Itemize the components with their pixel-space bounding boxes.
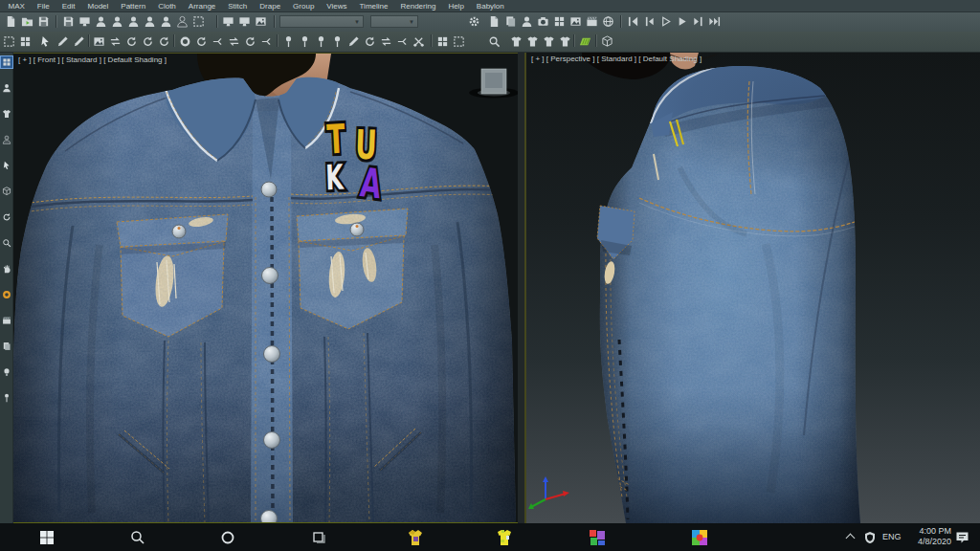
rotate-view-button[interactable] [1,211,12,223]
sew-loop-1-button[interactable] [124,34,138,49]
shirt-thick-button[interactable] [542,34,555,49]
open-file-button[interactable] [20,14,33,29]
menu-file[interactable]: File [31,0,56,12]
grid-snap-button[interactable] [435,34,449,49]
avatar-pose-button[interactable] [126,14,140,29]
avatar-button[interactable] [94,14,107,29]
sew-loop-2-button[interactable] [141,34,154,49]
tack-3-button[interactable] [314,34,327,49]
viewport-divider[interactable] [518,53,524,523]
viewport-front-label[interactable]: [ + ] [ Front ] [ Standard ] [ Default S… [18,55,167,64]
task-view-button[interactable] [309,527,330,548]
menu-stitch[interactable]: Stitch [222,0,254,12]
viewport-perspective[interactable]: [ + ] [ Perspective ] [ Standard ] [ Def… [526,53,980,523]
garment-display-button[interactable] [1,108,12,120]
save-as-button[interactable] [61,14,75,29]
scene-grid-button[interactable] [552,14,566,29]
zoom-view-button[interactable] [1,237,12,249]
avatar-head-button[interactable] [175,14,189,29]
clock-tray[interactable]: 4:00 PM 4/8/2020 [902,526,951,547]
scene-globe-button[interactable] [601,14,614,29]
cortana-button[interactable] [217,527,238,548]
avatar-size-button[interactable] [143,14,156,29]
app-paint-grid-button[interactable] [689,527,710,548]
viewport-front[interactable]: [ + ] [ Front ] [ Standard ] [ Default S… [13,53,518,523]
light-button[interactable] [1,366,12,378]
viewer-button[interactable] [237,14,251,29]
pan-view-button[interactable] [1,263,12,275]
pen-tool-button[interactable] [56,34,69,49]
action-center-button[interactable] [955,530,969,548]
step-forward-button[interactable] [691,14,704,29]
app-garment-yellow-button[interactable] [405,527,426,548]
menu-arrange[interactable]: Arrange [182,0,221,12]
shirt-mesh-button[interactable] [525,34,539,49]
settings-button[interactable] [467,14,480,29]
menu-max[interactable]: MAX [2,0,31,12]
select-pattern-button[interactable] [2,34,15,49]
stitch-arc-button[interactable] [194,34,208,49]
stitch-curve-button[interactable] [227,34,240,49]
menu-pattern[interactable]: Pattern [115,0,152,12]
render-scene-button[interactable] [254,14,267,29]
stitch-arm-1-button[interactable] [243,34,256,49]
start-button[interactable] [36,527,57,548]
avatar-color-button[interactable] [110,14,123,29]
menu-views[interactable]: Views [321,0,353,12]
scene-people-button[interactable] [520,14,533,29]
preset-combobox-1[interactable]: ▼ [279,15,364,28]
avatar-fit-button[interactable] [191,14,205,29]
select-mesh-button[interactable] [18,34,32,49]
add-monitor-button[interactable] [221,14,234,29]
sew-loop-3-button[interactable] [157,34,170,49]
colorway-fabric-button[interactable] [578,34,591,49]
brush-3-button[interactable] [379,34,392,49]
tack-1-button[interactable] [281,34,295,49]
layers-button[interactable] [1,341,12,352]
scene-camera-button[interactable] [536,14,549,29]
stitch-arm-2-button[interactable] [259,34,273,49]
menu-edit[interactable]: Edit [56,0,81,12]
viewport-perspective-label[interactable]: [ + ] [ Perspective ] [ Standard ] [ Def… [531,55,702,63]
taskbar-search-button[interactable] [127,527,148,548]
brush-1-button[interactable] [346,34,360,49]
import-avatar-button[interactable] [78,14,91,29]
select-arrow-button[interactable] [38,34,52,49]
tray-expand-chevron[interactable] [847,535,855,542]
scene-doc-button[interactable] [487,14,501,29]
edit-curve-button[interactable] [72,34,85,49]
avatar-turn-button[interactable] [159,14,172,29]
security-tray-button[interactable] [863,531,877,548]
menu-timeline[interactable]: Timeline [353,0,394,12]
texture-brush-button[interactable] [600,34,613,49]
preset-combobox-2[interactable]: ▼ [370,15,418,28]
stitch-branch-button[interactable] [211,34,224,49]
go-end-button[interactable] [707,14,721,29]
pattern-image-button[interactable] [92,34,105,49]
box-tool-button[interactable] [1,186,12,197]
renderer-button[interactable] [1,56,12,68]
select-tool-button[interactable] [1,160,12,171]
zoom-select-button[interactable] [487,34,501,49]
play-button[interactable] [675,14,688,29]
tack-4-button[interactable] [330,34,344,49]
app-color-blocks-button[interactable] [587,527,608,548]
menu-babylon[interactable]: Babylon [470,0,510,12]
menu-rendering[interactable]: Rendering [394,0,442,12]
shirt-pattern-button[interactable] [558,34,571,49]
stitch-circle-button[interactable] [178,34,191,49]
avatar-edit-button[interactable] [1,134,12,145]
tack-2-button[interactable] [298,34,311,49]
animation-button[interactable] [1,315,12,326]
avatar-display-button[interactable] [1,82,12,94]
pin-tool-button[interactable] [1,392,12,404]
scene-pages-button[interactable] [503,14,517,29]
menu-cloth[interactable]: Cloth [152,0,183,12]
menu-model[interactable]: Model [81,0,115,12]
language-indicator[interactable]: ENG [882,532,902,541]
brush-2-button[interactable] [363,34,376,49]
play-reverse-button[interactable] [658,14,672,29]
save-file-button[interactable] [36,14,50,29]
go-start-button[interactable] [626,14,639,29]
shirt-solid-button[interactable] [509,34,523,49]
